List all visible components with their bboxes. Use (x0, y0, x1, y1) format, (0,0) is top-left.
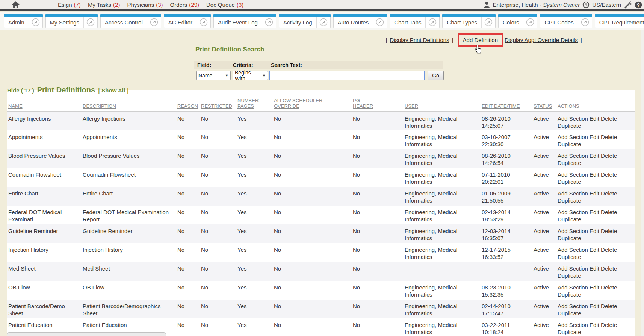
open-new-window-icon[interactable] (523, 17, 537, 28)
tab[interactable]: CPT Codes (540, 14, 592, 28)
tab[interactable]: CPT Requirements (595, 14, 644, 28)
open-new-window-icon[interactable] (578, 17, 592, 28)
search-text-input[interactable] (269, 71, 425, 80)
tab[interactable]: Activity Log (279, 14, 331, 28)
cell-name: Entire Chart (7, 187, 82, 206)
top-nav-label: Orders (170, 2, 187, 8)
timezone-label: US/Eastern (592, 2, 621, 8)
cell-status: Active (532, 281, 556, 300)
field-select[interactable]: Name ▼ (196, 71, 231, 80)
open-new-window-icon[interactable] (29, 17, 42, 28)
col-header-status[interactable]: STATUS (532, 94, 556, 112)
show-all-link[interactable]: Show All (101, 87, 125, 94)
person-icon (483, 1, 490, 8)
cell-actions[interactable]: Add Section Edit Delete Duplicate (556, 300, 635, 318)
cell-actions[interactable]: Add Section Edit Delete Duplicate (556, 318, 635, 336)
tab[interactable]: Access Control (100, 14, 161, 28)
open-new-window-icon[interactable] (426, 17, 439, 28)
vertical-scrollbar-track[interactable] (641, 30, 644, 336)
open-new-window-icon[interactable] (197, 17, 210, 28)
wand-icon[interactable] (624, 1, 632, 9)
tab[interactable]: Admin (4, 14, 43, 28)
add-definition-link[interactable]: Add Definition (463, 37, 498, 43)
open-new-window-icon[interactable] (84, 17, 97, 28)
cell-restricted: No (200, 262, 236, 281)
cell-pg-header: No (352, 262, 404, 281)
tab[interactable]: Colors (498, 14, 537, 28)
cell-reason: No (176, 243, 200, 262)
cell-pg-header: No (352, 243, 404, 262)
print-definition-search-panel: Print Definition Search Field: Criteria:… (194, 46, 444, 76)
open-new-window-icon[interactable] (262, 17, 276, 28)
open-new-window-icon[interactable] (373, 17, 387, 28)
cell-actions[interactable]: Add Section Edit Delete Duplicate (556, 149, 635, 168)
tab[interactable]: Chart Tabs (390, 14, 440, 28)
cell-number-pages: Yes (236, 224, 273, 243)
cell-actions[interactable]: Add Section Edit Delete Duplicate (556, 243, 635, 262)
cell-reason: No (176, 130, 200, 149)
col-header-user[interactable]: USER (404, 94, 481, 112)
top-nav-item[interactable]: Physicians(3) (127, 2, 163, 8)
cell-reason: No (176, 318, 200, 336)
cell-actions[interactable]: Add Section Edit Delete Duplicate (556, 281, 635, 300)
cell-description: Appointments (82, 130, 176, 149)
home-icon[interactable] (11, 1, 20, 9)
cell-actions[interactable]: Add Section Edit Delete Duplicate (556, 130, 635, 149)
col-header-allow-scheduler-override[interactable]: ALLOW SCHEDULER OVERRIDE (273, 94, 352, 112)
horizontal-scrollbar-thumb[interactable] (7, 332, 166, 336)
cell-name: Injection History (7, 243, 82, 262)
cell-allow-override: No (273, 168, 352, 187)
tab-label: Auto Routes (334, 19, 373, 26)
top-nav-item[interactable]: My Tasks(2) (88, 2, 120, 8)
tab[interactable]: Auto Routes (333, 14, 387, 28)
tab[interactable]: Chart Types (442, 14, 496, 28)
tab[interactable]: Audit Event Log (213, 14, 276, 28)
cell-description: Blood Pressure Values (82, 149, 176, 168)
open-new-window-icon[interactable] (482, 17, 495, 28)
cell-name: Patient Barcode/Demo Sheet (7, 300, 82, 318)
cell-restricted: No (200, 130, 236, 149)
cell-actions[interactable]: Add Section Edit Delete Duplicate (556, 168, 635, 187)
cell-reason: No (176, 281, 200, 300)
cell-actions[interactable]: Add Section Edit Delete Duplicate (556, 262, 635, 281)
tab-label: Colors (499, 19, 523, 26)
cell-edit-datetime: 02-14-2010 17:15:47 (481, 300, 532, 318)
col-header-name[interactable]: NAME (7, 94, 82, 112)
cell-reason: No (176, 187, 200, 206)
display-print-definitions-link[interactable]: Display Print Definitions (390, 37, 449, 43)
top-nav-item[interactable]: Esign(7) (58, 2, 81, 8)
top-nav-item[interactable]: Orders(29) (170, 2, 200, 8)
table-row: Patient Barcode/Demo Sheet Patient Barco… (7, 300, 635, 318)
account-role: System Owner (543, 2, 580, 8)
cell-pg-header: No (352, 149, 404, 168)
open-new-window-icon[interactable] (147, 17, 161, 28)
cell-actions[interactable]: Add Section Edit Delete Duplicate (556, 112, 635, 130)
cell-description: OB Flow (82, 281, 176, 300)
hide-link[interactable]: Hide ( 17 ) (7, 87, 34, 94)
top-nav-item[interactable]: Doc Queue(3) (206, 2, 243, 8)
cell-actions[interactable]: Add Section Edit Delete Duplicate (556, 187, 635, 206)
top-nav-count: (2) (113, 2, 120, 8)
cell-edit-datetime: 08-26-2010 14:26:54 (481, 149, 532, 168)
col-header-edit-datetime[interactable]: EDIT DATE/TIME (481, 94, 532, 112)
col-header-description[interactable]: DESCRIPTION (82, 94, 176, 112)
cell-name: Federal DOT Medical Examinati (7, 206, 82, 224)
cell-actions[interactable]: Add Section Edit Delete Duplicate (556, 206, 635, 224)
table-row: Allergy Injections Allergy Injections No… (7, 112, 635, 130)
col-header-number-pages[interactable]: NUMBER PAGES (236, 94, 273, 112)
cell-actions[interactable]: Add Section Edit Delete Duplicate (556, 224, 635, 243)
tab[interactable]: AC Editor (164, 14, 211, 28)
top-nav-count: (3) (156, 2, 163, 8)
cell-allow-override: No (273, 224, 352, 243)
tab[interactable]: My Settings (45, 14, 98, 28)
help-icon[interactable]: ? (635, 1, 642, 9)
criteria-select[interactable]: Begins With ▼ (233, 71, 268, 80)
col-header-pg-header[interactable]: PG HEADER (352, 94, 404, 112)
top-utility-bar: Esign(7) My Tasks(2) Physicians(3) Order… (0, 0, 644, 11)
col-header-restricted[interactable]: RESTRICTED (200, 94, 236, 112)
tab-label: Activity Log (279, 19, 316, 26)
display-appt-override-link[interactable]: Display Appt Override Details (505, 37, 578, 43)
col-header-reason[interactable]: REASON (176, 94, 200, 112)
open-new-window-icon[interactable] (317, 17, 330, 28)
go-button[interactable]: Go (428, 71, 444, 80)
